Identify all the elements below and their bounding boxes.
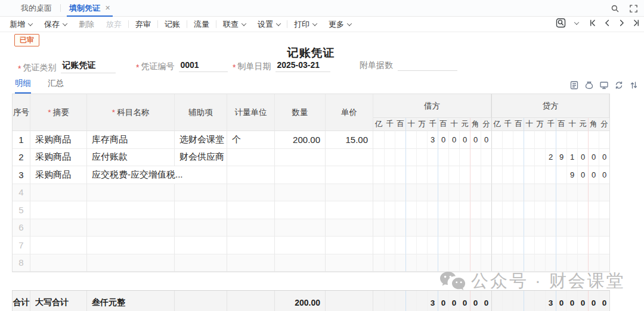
debit-digit-cell[interactable] [416, 149, 427, 167]
debit-digit-cell[interactable] [438, 254, 448, 272]
credit-digit-cell[interactable] [566, 131, 577, 149]
credit-digit-cell[interactable] [513, 254, 524, 272]
debit-digit-cell[interactable] [405, 166, 416, 184]
cell-unit[interactable] [227, 184, 275, 202]
cell-account[interactable] [87, 184, 175, 202]
note-icon[interactable] [569, 80, 579, 90]
debit-digit-cell[interactable] [427, 254, 438, 272]
cell-qty[interactable] [275, 254, 326, 272]
cell-summary[interactable]: 采购商品 [30, 166, 87, 184]
cell-price[interactable]: 15.00 [326, 131, 373, 149]
debit-digit-cell[interactable] [481, 166, 491, 184]
debit-digit-cell[interactable] [470, 184, 481, 202]
credit-digit-cell[interactable] [577, 254, 588, 272]
cell-summary[interactable] [30, 184, 87, 202]
credit-digit-cell[interactable] [566, 254, 577, 272]
credit-digit-cell[interactable]: 0 [599, 166, 609, 184]
cell-unit[interactable] [227, 237, 275, 254]
cell-qty[interactable] [275, 149, 326, 167]
credit-digit-cell[interactable]: 0 [599, 149, 609, 167]
debit-digit-cell[interactable]: 0 [459, 131, 470, 149]
debit-digit-cell[interactable] [459, 201, 470, 219]
attachments-input[interactable] [398, 61, 457, 71]
cell-qty[interactable] [275, 184, 326, 202]
tab-my-desktop[interactable]: 我的桌面 [15, 0, 58, 17]
debit-digit-cell[interactable] [416, 219, 427, 237]
credit-digit-cell[interactable] [524, 149, 534, 167]
credit-digit-cell[interactable] [491, 237, 502, 254]
debit-digit-cell[interactable] [405, 237, 416, 254]
tab-detail[interactable]: 明细 [15, 78, 31, 94]
debit-digit-cell[interactable] [448, 149, 459, 167]
unaudit-button[interactable]: 弃审 [135, 19, 151, 30]
credit-digit-cell[interactable] [534, 131, 545, 149]
debit-digit-cell[interactable] [459, 166, 470, 184]
debit-digit-cell[interactable] [416, 166, 427, 184]
debit-digit-cell[interactable] [384, 254, 395, 272]
debit-digit-cell[interactable] [427, 166, 438, 184]
debit-digit-cell[interactable] [395, 254, 405, 272]
debit-digit-cell[interactable] [384, 237, 395, 254]
credit-digit-cell[interactable] [566, 219, 577, 237]
credit-digit-cell[interactable] [556, 201, 566, 219]
credit-digit-cell[interactable] [502, 201, 513, 219]
debit-digit-cell[interactable] [405, 254, 416, 272]
credit-digit-cell[interactable] [599, 131, 609, 149]
debit-digit-cell[interactable] [384, 149, 395, 167]
debit-digit-cell[interactable] [481, 219, 491, 237]
credit-digit-cell[interactable] [599, 219, 609, 237]
voucher-date-input[interactable]: 2025-03-21 [275, 60, 330, 72]
cell-no[interactable]: 5 [13, 201, 30, 219]
credit-digit-cell[interactable] [491, 184, 502, 202]
debit-digit-cell[interactable] [427, 149, 438, 167]
debit-digit-cell[interactable] [481, 149, 491, 167]
cell-no[interactable]: 7 [13, 237, 30, 254]
credit-digit-cell[interactable]: 0 [588, 166, 599, 184]
debit-digit-cell[interactable] [395, 166, 405, 184]
cell-price[interactable] [326, 201, 373, 219]
credit-digit-cell[interactable] [513, 201, 524, 219]
cell-qty[interactable] [275, 237, 326, 254]
credit-digit-cell[interactable] [534, 254, 545, 272]
cell-price[interactable] [326, 149, 373, 167]
credit-digit-cell[interactable]: 1 [566, 149, 577, 167]
credit-digit-cell[interactable] [534, 219, 545, 237]
cell-account[interactable] [87, 254, 175, 272]
cell-unit[interactable] [227, 201, 275, 219]
credit-digit-cell[interactable]: 0 [577, 149, 588, 167]
cell-aux[interactable] [175, 184, 227, 202]
voucher-locate-icon[interactable] [556, 18, 566, 28]
credit-digit-cell[interactable] [545, 254, 556, 272]
credit-digit-cell[interactable] [545, 166, 556, 184]
debit-digit-cell[interactable] [438, 166, 448, 184]
credit-digit-cell[interactable] [491, 254, 502, 272]
credit-digit-cell[interactable] [491, 149, 502, 167]
debit-digit-cell[interactable] [405, 201, 416, 219]
cashflow-button[interactable]: 流量 [194, 19, 209, 30]
tab-summary[interactable]: 汇总 [48, 78, 64, 94]
debit-digit-cell[interactable]: 3 [427, 131, 438, 149]
debit-digit-cell[interactable] [438, 219, 448, 237]
cell-no[interactable]: 2 [13, 149, 30, 167]
cell-account[interactable] [87, 237, 175, 254]
last-voucher-icon[interactable] [631, 18, 640, 27]
credit-digit-cell[interactable] [524, 201, 534, 219]
debit-digit-cell[interactable] [448, 166, 459, 184]
credit-digit-cell[interactable] [556, 254, 566, 272]
debit-digit-cell[interactable] [470, 149, 481, 167]
credit-digit-cell[interactable] [513, 131, 524, 149]
credit-digit-cell[interactable] [545, 184, 556, 202]
debit-digit-cell[interactable] [427, 237, 438, 254]
debit-digit-cell[interactable] [448, 219, 459, 237]
debit-digit-cell[interactable] [373, 254, 384, 272]
debit-digit-cell[interactable]: 0 [448, 131, 459, 149]
tab-fill-voucher[interactable]: 填制凭证 ✕ [63, 0, 116, 17]
credit-digit-cell[interactable] [534, 166, 545, 184]
cell-no[interactable]: 4 [13, 184, 30, 202]
credit-digit-cell[interactable] [491, 219, 502, 237]
credit-digit-cell[interactable] [545, 219, 556, 237]
debit-digit-cell[interactable] [427, 184, 438, 202]
cell-account[interactable]: 库存商品 [87, 131, 175, 149]
sort-icon[interactable] [629, 80, 639, 90]
credit-digit-cell[interactable] [491, 166, 502, 184]
